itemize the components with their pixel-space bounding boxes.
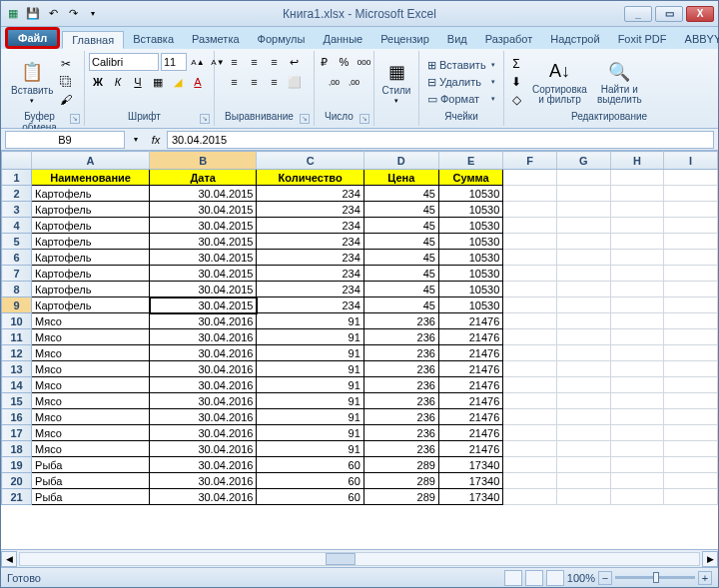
- row-header[interactable]: 10: [2, 313, 32, 329]
- empty-cell[interactable]: [503, 202, 557, 218]
- empty-cell[interactable]: [610, 425, 664, 441]
- data-cell[interactable]: 236: [363, 377, 438, 393]
- empty-cell[interactable]: [610, 250, 664, 266]
- column-header[interactable]: F: [503, 152, 557, 170]
- redo-icon[interactable]: ↷: [65, 6, 81, 22]
- empty-cell[interactable]: [664, 489, 718, 505]
- empty-cell[interactable]: [610, 329, 664, 345]
- empty-cell[interactable]: [556, 345, 610, 361]
- empty-cell[interactable]: [664, 266, 718, 282]
- empty-cell[interactable]: [556, 489, 610, 505]
- increase-font-icon[interactable]: A▲: [189, 53, 207, 71]
- data-cell[interactable]: 236: [363, 441, 438, 457]
- empty-cell[interactable]: [556, 282, 610, 297]
- thousands-icon[interactable]: 000: [356, 53, 373, 71]
- data-cell[interactable]: 60: [257, 457, 363, 473]
- column-header[interactable]: G: [556, 152, 610, 170]
- empty-cell[interactable]: [503, 489, 557, 505]
- data-cell[interactable]: Картофель: [32, 297, 150, 313]
- minimize-button[interactable]: _: [624, 6, 652, 22]
- empty-cell[interactable]: [664, 441, 718, 457]
- font-name-combo[interactable]: [89, 53, 159, 71]
- empty-cell[interactable]: [503, 186, 557, 202]
- empty-cell[interactable]: [556, 409, 610, 425]
- data-cell[interactable]: 45: [363, 218, 438, 234]
- align-middle-icon[interactable]: ≡: [246, 53, 264, 71]
- empty-cell[interactable]: [610, 361, 664, 377]
- empty-cell[interactable]: [664, 186, 718, 202]
- empty-cell[interactable]: [503, 218, 557, 234]
- data-cell[interactable]: 234: [257, 282, 363, 297]
- qat-dropdown-icon[interactable]: ▾: [85, 6, 101, 22]
- undo-icon[interactable]: ↶: [45, 6, 61, 22]
- data-cell[interactable]: 30.04.2015: [150, 186, 257, 202]
- borders-button[interactable]: ▦: [149, 73, 167, 91]
- row-header[interactable]: 3: [2, 202, 32, 218]
- empty-cell[interactable]: [610, 393, 664, 409]
- data-cell[interactable]: 30.04.2016: [150, 313, 257, 329]
- zoom-slider[interactable]: [615, 576, 695, 579]
- empty-cell[interactable]: [610, 297, 664, 313]
- tab-разметка[interactable]: Разметка: [183, 31, 249, 49]
- data-cell[interactable]: Мясо: [32, 329, 150, 345]
- zoom-out-button[interactable]: −: [598, 571, 612, 585]
- currency-icon[interactable]: ₽: [316, 53, 334, 71]
- column-header[interactable]: D: [363, 152, 438, 170]
- copy-icon[interactable]: ⿻: [58, 74, 74, 90]
- empty-cell[interactable]: [503, 425, 557, 441]
- align-bottom-icon[interactable]: ≡: [266, 53, 284, 71]
- empty-cell[interactable]: [556, 377, 610, 393]
- empty-cell[interactable]: [664, 170, 718, 186]
- data-cell[interactable]: 236: [363, 313, 438, 329]
- bold-button[interactable]: Ж: [89, 73, 107, 91]
- data-cell[interactable]: 21476: [438, 393, 502, 409]
- empty-cell[interactable]: [610, 234, 664, 250]
- empty-cell[interactable]: [664, 457, 718, 473]
- empty-cell[interactable]: [664, 297, 718, 313]
- name-box-dropdown-icon[interactable]: ▾: [127, 131, 145, 149]
- wrap-text-icon[interactable]: ↩: [286, 53, 304, 71]
- empty-cell[interactable]: [556, 473, 610, 489]
- data-cell[interactable]: 10530: [438, 282, 502, 297]
- data-cell[interactable]: Мясо: [32, 393, 150, 409]
- data-cell[interactable]: 45: [363, 297, 438, 313]
- dialog-launcher-icon[interactable]: ↘: [200, 114, 210, 124]
- data-cell[interactable]: 30.04.2016: [150, 457, 257, 473]
- data-cell[interactable]: 30.04.2016: [150, 393, 257, 409]
- empty-cell[interactable]: [556, 202, 610, 218]
- data-cell[interactable]: 236: [363, 409, 438, 425]
- row-header[interactable]: 20: [2, 473, 32, 489]
- row-header[interactable]: 14: [2, 377, 32, 393]
- data-cell[interactable]: Мясо: [32, 313, 150, 329]
- data-cell[interactable]: 91: [257, 393, 363, 409]
- data-cell[interactable]: 91: [257, 361, 363, 377]
- data-cell[interactable]: 30.04.2015: [150, 218, 257, 234]
- empty-cell[interactable]: [664, 234, 718, 250]
- file-tab[interactable]: Файл: [5, 27, 60, 49]
- data-cell[interactable]: 236: [363, 361, 438, 377]
- font-color-button[interactable]: A: [189, 73, 207, 91]
- tab-разработ[interactable]: Разработ: [476, 31, 541, 49]
- empty-cell[interactable]: [610, 489, 664, 505]
- column-header[interactable]: B: [150, 152, 257, 170]
- data-cell[interactable]: 236: [363, 393, 438, 409]
- data-cell[interactable]: 10530: [438, 266, 502, 282]
- tab-вставка[interactable]: Вставка: [124, 31, 183, 49]
- data-cell[interactable]: 10530: [438, 202, 502, 218]
- column-header[interactable]: I: [664, 152, 718, 170]
- data-cell[interactable]: Рыба: [32, 473, 150, 489]
- data-cell[interactable]: Мясо: [32, 345, 150, 361]
- data-cell[interactable]: Мясо: [32, 425, 150, 441]
- close-button[interactable]: X: [686, 6, 714, 22]
- header-cell[interactable]: Наименование: [32, 170, 150, 186]
- scroll-thumb[interactable]: [326, 553, 356, 565]
- empty-cell[interactable]: [503, 377, 557, 393]
- data-cell[interactable]: Картофель: [32, 250, 150, 266]
- tab-abbyy pdf[interactable]: ABBYY PDF: [676, 31, 719, 49]
- row-header[interactable]: 12: [2, 345, 32, 361]
- percent-icon[interactable]: %: [336, 53, 354, 71]
- header-cell[interactable]: Сумма: [438, 170, 502, 186]
- data-cell[interactable]: 234: [257, 218, 363, 234]
- data-cell[interactable]: 10530: [438, 186, 502, 202]
- empty-cell[interactable]: [503, 234, 557, 250]
